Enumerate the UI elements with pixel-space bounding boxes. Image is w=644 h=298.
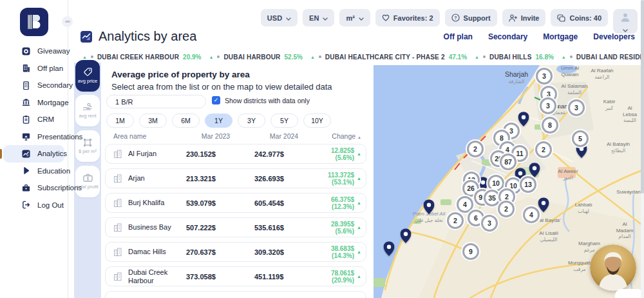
map-cluster-marker[interactable]: 9 (462, 243, 479, 260)
map-cluster-marker[interactable]: 5 (572, 130, 589, 147)
topbar-button-label: Favorites: 2 (393, 14, 433, 22)
ticker-item-dubai-creek-harbour[interactable]: ▲DUBAI CREEK HARBOUR20.9% (82, 54, 201, 61)
map-cluster-marker[interactable]: 4 (523, 206, 540, 223)
map-pin[interactable] (518, 112, 529, 129)
selector-m[interactable]: m² (339, 9, 370, 26)
chevron-down-icon (359, 14, 364, 22)
subscriptions-icon (21, 184, 31, 192)
header-link-off-plan[interactable]: Off plan (444, 32, 473, 41)
chat-bubble[interactable] (615, 289, 644, 298)
map-cluster-marker[interactable]: 8 (542, 117, 558, 134)
header-link-developers[interactable]: Developers (593, 32, 635, 41)
ticker-area-name: DUBAI HARBOUR (223, 54, 280, 61)
selector-usd[interactable]: USD (261, 9, 298, 26)
sidebar-collapse-button[interactable]: «« (62, 16, 73, 27)
table-row-al-furjan[interactable]: Al Furjan230.152$242.977$12.825$(5.6%)▲ (105, 144, 366, 164)
map-cluster-marker[interactable]: 2 (447, 212, 464, 229)
side-tab-avg-price[interactable]: avg price (75, 60, 100, 92)
ticker-item-dubai-hills[interactable]: ▲DUBAI HILLS16.8% (475, 54, 554, 61)
dot-icon (217, 55, 220, 58)
topbar-button-support[interactable]: ?Support (445, 9, 497, 26)
coins-icon (557, 14, 565, 22)
building-icon (113, 198, 123, 208)
price-mar-2023: 230.152$ (182, 150, 251, 158)
sidebar-item-label: Subscriptions (37, 184, 82, 192)
dot-icon (319, 55, 321, 58)
header-link-secondary[interactable]: Secondary (488, 32, 527, 41)
sidebar-item-label: Giveaway (37, 47, 70, 55)
ticker-item-dubai-healthcare-city-phase-2[interactable]: ▲DUBAI HEALTHCARE CITY - PHASE 247.1% (310, 54, 467, 61)
ticker-item-dubai-harbour[interactable]: ▲DUBAI HARBOUR52.5% (209, 54, 302, 61)
up-arrow-icon: ▲ (357, 274, 361, 279)
map-cluster-marker[interactable]: 13 (520, 176, 536, 193)
sidebar-item-label: Presentations (37, 133, 82, 141)
area-name: Business Bay (128, 223, 182, 232)
price-mar-2024: 605.454$ (251, 199, 319, 207)
change-percent: (53.1%) (332, 179, 354, 186)
map-pin[interactable] (424, 199, 435, 217)
side-tab-total-profit[interactable]: total profit (75, 166, 100, 197)
offplan-icon (21, 64, 31, 72)
side-tab-avg-rent[interactable]: avg rent (75, 95, 100, 126)
sidebar-item-label: Secondary (37, 81, 73, 89)
sidebar-item-analytics[interactable]: Analytics (3, 145, 64, 163)
ticker-item-dubai-land-residence-complex[interactable]: ▲DUBAI LAND RESIDENCE COMPLEX29.4% (562, 54, 644, 61)
sidebar-item-mortgage[interactable]: Mortgage (0, 94, 68, 112)
app-logo[interactable] (20, 8, 48, 36)
map-cluster-marker[interactable]: 35 (484, 190, 500, 206)
sidebar-item-subscriptions[interactable]: Subscriptions (0, 179, 68, 197)
sidebar-item-giveaway[interactable]: Giveaway (0, 43, 68, 60)
sidebar-item-crm[interactable]: CRM (0, 111, 68, 128)
sidebar-item-presentations[interactable]: Presentations (0, 128, 68, 146)
map-cluster-marker[interactable]: 2 (535, 141, 552, 158)
map-cluster-marker[interactable]: 3 (540, 97, 556, 114)
person-plus-icon (509, 14, 517, 22)
sidebar-item-off-plan[interactable]: Off plan (0, 60, 68, 77)
map-pin[interactable] (538, 197, 549, 215)
map-cluster-marker[interactable]: 3 (536, 68, 553, 84)
price-mar-2023: 539.079$ (182, 199, 251, 207)
ticker-change: 52.5% (285, 54, 303, 61)
support-agent-avatar[interactable] (590, 244, 636, 291)
map-pin[interactable] (401, 228, 412, 246)
change-cell: 113.372$(53.1%)▲ (328, 172, 366, 186)
topbar-button-invite[interactable]: Invite (502, 9, 546, 26)
change-value: 78.061$ (331, 270, 354, 277)
map-cluster-marker[interactable]: 2 (467, 141, 484, 157)
price-mar-2024: 242.977$ (251, 150, 319, 158)
table-row-arjan[interactable]: Arjan213.321$326.693$113.372$(53.1%)▲ (105, 168, 366, 188)
map-cluster-marker[interactable]: 87 (500, 154, 516, 170)
chevron-down-icon (323, 14, 328, 22)
analytics-panel: Average price of property by area Select… (101, 63, 374, 298)
topbar-button-coins[interactable]: Coins: 40 (551, 9, 608, 26)
header-link-mortgage[interactable]: Mortgage (543, 32, 578, 41)
sidebar-item-log-out[interactable]: Log Out (0, 197, 68, 214)
table-row-business-bay[interactable]: Business Bay507.222$535.616$28.395$(5.6%… (105, 217, 366, 237)
map-cluster-marker[interactable]: 2 (498, 201, 515, 217)
change-value: 28.395$ (331, 221, 354, 228)
up-arrow-icon: ▲ (357, 225, 361, 230)
map-pin[interactable] (384, 241, 395, 259)
table-row-partial[interactable] (105, 291, 366, 298)
map-cluster-marker[interactable]: 3 (568, 99, 585, 116)
map-cluster-marker[interactable]: 3 (481, 215, 498, 232)
map[interactable]: SharjahالشارقةAjmanعجمانUmm Al QuwainAl … (374, 65, 644, 298)
topbar-button-favorites[interactable]: Favorites: 2 (375, 9, 440, 26)
dot-icon (91, 55, 93, 58)
building-icon (113, 223, 123, 232)
user-menu-button[interactable] (613, 9, 638, 34)
sidebar-item-secondary[interactable]: Secondary (0, 77, 68, 94)
side-tab-label: avg price (78, 79, 97, 84)
change-cell: 78.061$(20.9%)▲ (331, 270, 366, 284)
giveaway-icon (21, 47, 31, 55)
scrollbar-thumb[interactable] (641, 0, 644, 194)
sidebar-item-label: Log Out (37, 201, 64, 209)
rent-icon (82, 102, 93, 112)
price-mar-2023: 507.222$ (182, 224, 251, 232)
table-row-damac-hills[interactable]: Damac Hills270.637$309.320$38.683$(14.3%… (105, 242, 366, 262)
selector-en[interactable]: EN (303, 9, 334, 26)
sidebar-item-education[interactable]: Education (0, 163, 68, 180)
area-name: Damac Hills (128, 248, 182, 256)
table-row-burj-khalifa[interactable]: Burj Khalifa539.079$605.454$66.375$(12.3… (105, 193, 366, 213)
table-row-dubai-creek-harbour[interactable]: Dubai Creek Harbour373.058$451.119$78.06… (105, 266, 366, 286)
